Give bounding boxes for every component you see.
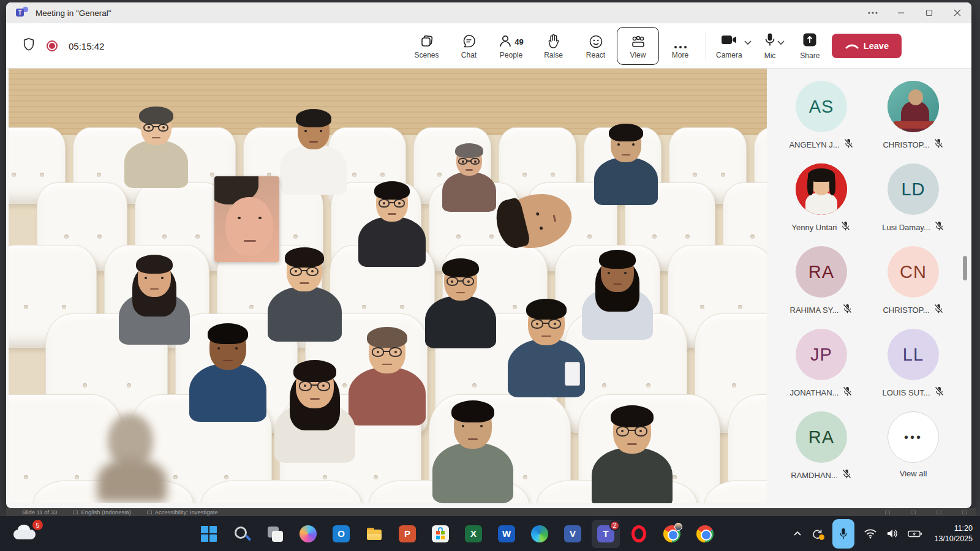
start-taskbar-icon[interactable] xyxy=(200,525,217,542)
word-taskbar-icon[interactable]: W xyxy=(498,525,515,542)
share-button[interactable]: Share xyxy=(800,32,820,60)
mic-off-icon xyxy=(842,304,853,317)
scenes-button[interactable]: Scenes xyxy=(405,27,448,65)
powerpoint-taskbar-icon[interactable]: P xyxy=(399,525,416,542)
participant-tile[interactable]: CNCHRISTOP... xyxy=(883,246,943,329)
window-more-icon[interactable] xyxy=(859,2,887,23)
mic-off-icon xyxy=(933,304,944,314)
mic-icon xyxy=(764,32,775,50)
raise-icon xyxy=(547,33,560,49)
taskbar-clock[interactable]: 11:20 13/10/2025 xyxy=(934,523,973,544)
sidebar-scrollbar[interactable] xyxy=(963,256,967,280)
camera-button[interactable]: Camera xyxy=(716,33,742,59)
clock-date: 13/10/2025 xyxy=(934,534,973,544)
taskbar: 5 OPXWVT2 11:20 xyxy=(0,516,980,551)
ppt-view-buttons xyxy=(885,511,967,514)
leave-button[interactable]: Leave xyxy=(832,34,902,58)
participant-figure xyxy=(429,402,517,503)
window-title: Meeting in "General" xyxy=(36,9,111,18)
more-icon xyxy=(674,33,687,49)
ppt-language: English (Indonesia) xyxy=(73,509,130,515)
react-icon xyxy=(589,33,603,49)
mic-off-icon xyxy=(933,138,944,151)
participant-initials-avatar: AS xyxy=(796,81,847,132)
explorer-taskbar-icon[interactable] xyxy=(366,525,383,542)
more-button[interactable]: More xyxy=(659,27,701,65)
view-button[interactable]: View xyxy=(617,27,659,65)
participant-figure xyxy=(440,144,499,216)
excel-taskbar-icon[interactable]: X xyxy=(465,525,482,542)
chat-button[interactable]: Chat xyxy=(448,27,490,65)
participant-name: ANGELYN J... xyxy=(789,140,839,149)
store-taskbar-icon[interactable] xyxy=(432,525,449,542)
people-button[interactable]: 49People xyxy=(490,27,532,65)
participant-tile[interactable]: LDLusi Damay... xyxy=(882,163,944,246)
auditorium-seat xyxy=(201,480,361,503)
view-all-label: View all xyxy=(900,469,927,478)
tray-sync-icon[interactable] xyxy=(811,528,823,540)
taskview-taskbar-icon[interactable] xyxy=(266,525,284,542)
volume-icon[interactable] xyxy=(886,528,899,539)
participant-figure xyxy=(271,361,359,468)
participant-name: RAHIMA SY... xyxy=(790,305,839,315)
outlook-taskbar-icon[interactable]: O xyxy=(333,525,350,542)
teams-meeting-window: T Meeting in "General" xyxy=(6,2,971,508)
ppt-slide-indicator: Slide 11 of 33 xyxy=(22,509,57,515)
search-taskbar-icon[interactable] xyxy=(233,525,251,542)
participant-photo-avatar xyxy=(796,163,847,215)
camera-icon xyxy=(720,33,737,49)
raise-button[interactable]: Raise xyxy=(532,27,575,65)
visio-taskbar-icon[interactable]: V xyxy=(564,525,581,542)
weather-widget[interactable]: 5 xyxy=(13,523,40,544)
participant-figure xyxy=(116,256,193,349)
chat-label: Chat xyxy=(461,51,477,59)
copilot-taskbar-icon[interactable] xyxy=(300,525,317,542)
toolbar-divider xyxy=(706,32,706,59)
participant-tile[interactable]: Yenny Untari xyxy=(792,163,851,246)
camera-chevron-icon[interactable] xyxy=(744,40,752,45)
participant-figure xyxy=(94,414,183,503)
mic-button[interactable]: Mic xyxy=(764,32,776,60)
participant-name: CHRISTOP... xyxy=(883,140,929,149)
minimize-icon[interactable] xyxy=(887,2,915,23)
react-button[interactable]: React xyxy=(575,27,617,65)
tray-chevron-up-icon[interactable] xyxy=(793,531,802,536)
participant-tile[interactable]: LLLOUIS SUT... xyxy=(882,329,944,411)
wifi-icon[interactable] xyxy=(864,528,877,539)
participant-tile[interactable]: ASANGELYN J... xyxy=(789,81,853,163)
chrome-taskbar-icon[interactable] xyxy=(696,525,714,542)
chat-icon xyxy=(461,33,477,49)
participant-initials-avatar: LD xyxy=(888,163,939,215)
scenes-label: Scenes xyxy=(414,51,439,59)
participant-tile[interactable]: RARAHIMA SY... xyxy=(790,246,853,329)
mic-off-icon xyxy=(933,304,944,317)
participant-figure xyxy=(591,125,661,209)
tray-active-mic-indicator[interactable] xyxy=(832,519,854,549)
view-label: View xyxy=(630,51,646,59)
close-icon[interactable] xyxy=(943,2,971,23)
view-icon xyxy=(630,33,647,49)
mic-chevron-icon[interactable] xyxy=(777,40,785,45)
battery-icon[interactable] xyxy=(908,530,922,538)
participant-photo-avatar xyxy=(888,81,939,132)
opera-taskbar-icon[interactable] xyxy=(630,525,647,542)
participant-tile[interactable]: JPJONATHAN... xyxy=(790,329,853,411)
mic-off-icon xyxy=(934,221,944,234)
teams-taskbar-icon[interactable]: T2 xyxy=(597,525,614,542)
toolbar-buttons: ScenesChat49PeopleRaiseReactViewMore xyxy=(405,23,701,69)
participant-tile[interactable]: RARAMDHAN... xyxy=(791,411,852,494)
participant-figure xyxy=(500,189,573,277)
participant-initials-avatar: RA xyxy=(796,411,847,463)
teams-logo-icon: T xyxy=(16,7,28,19)
view-all-button[interactable]: •••View all xyxy=(888,411,939,494)
desktop: T Meeting in "General" xyxy=(0,0,980,551)
mic-off-icon xyxy=(842,469,852,479)
participant-figure xyxy=(579,251,656,344)
edge-taskbar-icon[interactable] xyxy=(531,525,548,542)
participant-tile[interactable]: CHRISTOP... xyxy=(883,81,943,163)
chrome-profile-taskbar-icon[interactable] xyxy=(663,525,680,542)
maximize-icon[interactable] xyxy=(915,2,943,23)
titlebar: T Meeting in "General" xyxy=(6,2,971,23)
powerpoint-statusbar[interactable]: Slide 11 of 33 English (Indonesia) Acces… xyxy=(6,508,976,516)
more-label: More xyxy=(672,51,688,59)
